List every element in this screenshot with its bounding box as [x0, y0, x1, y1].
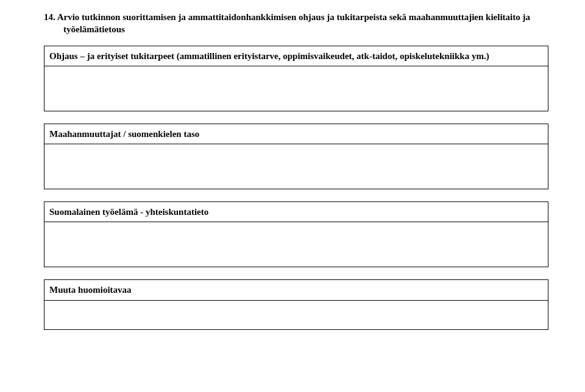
form-section-muuta: Muuta huomioitavaa	[44, 279, 548, 329]
section-input-ohjaus[interactable]	[44, 66, 548, 111]
section-input-muuta[interactable]	[44, 301, 548, 330]
section-input-maahanmuuttajat[interactable]	[44, 144, 548, 189]
section-input-tyoelama[interactable]	[44, 222, 548, 267]
section-heading: 14. Arvio tutkinnon suorittamisen ja amm…	[44, 11, 548, 36]
section-label-maahanmuuttajat: Maahanmuuttajat / suomenkielen taso	[44, 124, 548, 144]
form-section-maahanmuuttajat: Maahanmuuttajat / suomenkielen taso	[44, 124, 548, 189]
heading-line-1: 14. Arvio tutkinnon suorittamisen ja amm…	[44, 12, 530, 22]
form-section-tyoelama: Suomalainen työelämä - yhteiskuntatieto	[44, 201, 548, 267]
heading-line-2: työelämätietous	[44, 24, 125, 34]
form-section-ohjaus: Ohjaus – ja erityiset tukitarpeet (ammat…	[44, 46, 548, 111]
section-label-muuta: Muuta huomioitavaa	[44, 279, 548, 300]
section-label-tyoelama: Suomalainen työelämä - yhteiskuntatieto	[44, 201, 548, 222]
section-label-ohjaus: Ohjaus – ja erityiset tukitarpeet (ammat…	[44, 46, 548, 66]
